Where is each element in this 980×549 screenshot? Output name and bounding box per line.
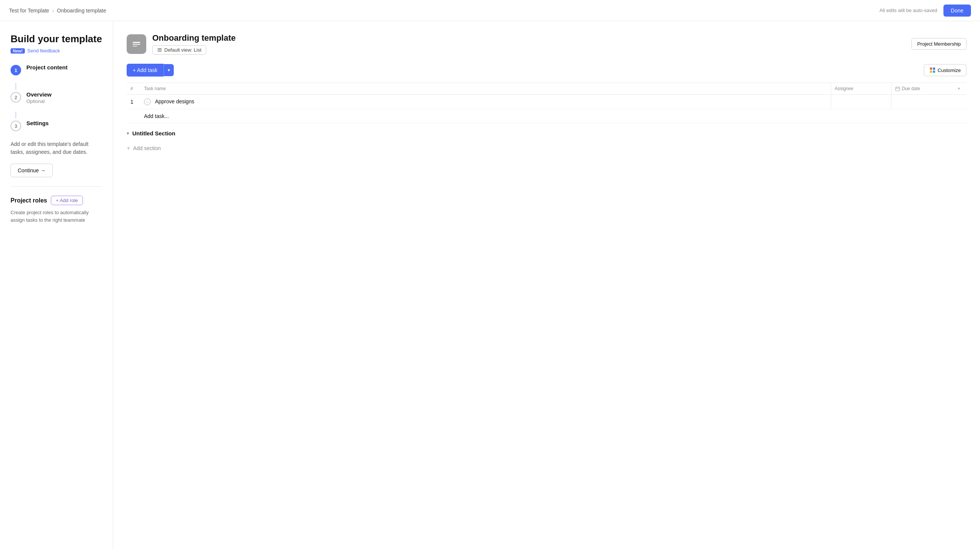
toolbar: + Add task ▾ Customize <box>127 64 966 76</box>
section-chevron-icon[interactable]: ▾ <box>127 130 129 136</box>
step-label-3: Settings <box>26 120 49 126</box>
step-content-1: Project content <box>26 64 67 70</box>
svg-rect-0 <box>133 42 140 43</box>
add-task-group: + Add task ▾ <box>127 64 174 76</box>
auto-save-label: All edits will be auto-saved <box>879 8 937 13</box>
section-name[interactable]: Untitled Section <box>132 130 175 137</box>
send-feedback-link[interactable]: Send feedback <box>27 48 60 54</box>
col-add-header[interactable]: + <box>951 83 966 95</box>
add-task-inline[interactable]: Add task... <box>140 109 966 123</box>
breadcrumb-chevron: › <box>52 8 54 14</box>
step-num-2: 2 <box>11 92 21 103</box>
duedate-header-label: Due date <box>902 86 920 91</box>
add-role-button[interactable]: + Add role <box>51 196 83 205</box>
col-num-header: # <box>127 83 140 95</box>
project-info: Onboarding template Default view: List <box>152 33 235 55</box>
svg-rect-7 <box>933 67 935 70</box>
customize-icon <box>929 67 935 73</box>
content-area: Onboarding template Default view: List P… <box>113 21 980 549</box>
task-name: Approve designs <box>155 99 194 105</box>
col-assignee-header: Assignee <box>831 83 891 95</box>
sidebar-title: Build your template <box>11 33 102 45</box>
row-duedate[interactable] <box>891 95 951 109</box>
add-section-plus-icon: + <box>127 145 130 151</box>
calendar-icon <box>895 86 900 91</box>
steps-list: 1 Project content 2 Overview Optional 3 … <box>11 64 102 131</box>
continue-button[interactable]: Continue → <box>11 164 53 177</box>
main-layout: Build your template New! Send feedback 1… <box>0 21 980 549</box>
table-row: 1 ○ Approve designs <box>127 95 966 109</box>
step-label-2: Overview <box>26 91 52 98</box>
project-header-left: Onboarding template Default view: List <box>127 33 235 55</box>
col-task-header: Task name <box>140 83 831 95</box>
customize-label: Customize <box>938 67 961 73</box>
row-assignee[interactable] <box>831 95 891 109</box>
step-sublabel-2: Optional <box>26 99 52 104</box>
add-task-num <box>127 109 140 123</box>
step-content-3: Settings <box>26 120 49 126</box>
svg-rect-2 <box>133 46 137 47</box>
project-header: Onboarding template Default view: List P… <box>127 33 966 55</box>
col-duedate-header: Due date <box>891 83 951 95</box>
sidebar-divider <box>11 186 102 187</box>
svg-rect-10 <box>896 87 900 91</box>
step-content-2: Overview Optional <box>26 91 52 104</box>
list-view-icon <box>157 48 162 53</box>
step-connector-1 <box>16 83 16 90</box>
step-label-1: Project content <box>26 64 67 70</box>
roles-description: Create project roles to automatically as… <box>11 209 102 224</box>
step-item-1[interactable]: 1 Project content <box>11 64 102 75</box>
breadcrumb-current: Onboarding template <box>57 8 106 14</box>
project-icon-svg <box>131 39 142 49</box>
task-check-icon[interactable]: ○ <box>144 99 151 105</box>
row-num: 1 <box>127 95 140 109</box>
row-add <box>951 95 966 109</box>
project-icon <box>127 34 146 54</box>
done-button[interactable]: Done <box>943 5 971 17</box>
step-item-3[interactable]: 3 Settings <box>11 120 102 131</box>
add-task-dropdown-button[interactable]: ▾ <box>164 64 174 76</box>
project-roles-title: Project roles <box>11 197 47 204</box>
topnav: Test for Template › Onboarding template … <box>0 0 980 21</box>
svg-rect-6 <box>930 67 932 70</box>
svg-rect-1 <box>133 44 140 45</box>
svg-rect-5 <box>158 51 162 52</box>
sidebar: Build your template New! Send feedback 1… <box>0 21 113 549</box>
task-table-header: # Task name Assignee Due date <box>127 83 966 95</box>
project-name: Onboarding template <box>152 33 235 43</box>
add-section-label: Add section <box>133 145 161 151</box>
due-date-header-inner: Due date <box>895 86 948 91</box>
sidebar-feedback-row: New! Send feedback <box>11 48 102 54</box>
step-num-3: 3 <box>11 121 21 131</box>
sidebar-description: Add or edit this template's default task… <box>11 140 102 156</box>
row-task[interactable]: ○ Approve designs <box>140 95 831 109</box>
customize-button[interactable]: Customize <box>924 64 966 76</box>
add-task-row: Add task... <box>127 109 966 123</box>
add-section-row[interactable]: + Add section <box>127 140 966 157</box>
breadcrumb-parent[interactable]: Test for Template <box>9 8 49 14</box>
project-roles-section: Project roles + Add role <box>11 196 102 205</box>
topnav-right: All edits will be auto-saved Done <box>879 5 971 17</box>
step-item-2[interactable]: 2 Overview Optional <box>11 91 102 104</box>
svg-rect-3 <box>158 48 162 49</box>
view-label: Default view: List <box>164 47 201 53</box>
breadcrumb: Test for Template › Onboarding template <box>9 8 106 14</box>
svg-rect-8 <box>930 70 932 73</box>
task-table: # Task name Assignee Due date <box>127 83 966 123</box>
step-num-1: 1 <box>11 65 21 75</box>
membership-button[interactable]: Project Membership <box>912 38 966 50</box>
task-table-body: 1 ○ Approve designs Add task... <box>127 95 966 123</box>
project-view-badge[interactable]: Default view: List <box>152 45 206 55</box>
svg-rect-9 <box>933 70 935 73</box>
new-badge: New! <box>11 48 25 54</box>
step-connector-2 <box>16 111 16 118</box>
svg-rect-4 <box>158 50 162 51</box>
section-header: ▾ Untitled Section <box>127 123 966 140</box>
add-task-button[interactable]: + Add task <box>127 64 164 76</box>
